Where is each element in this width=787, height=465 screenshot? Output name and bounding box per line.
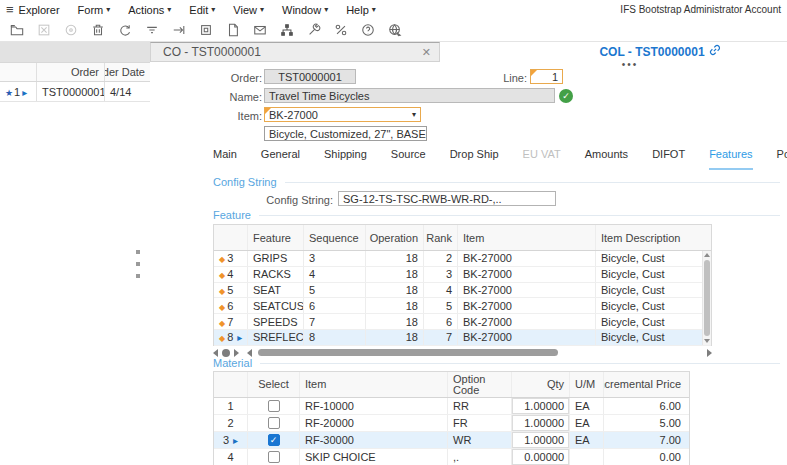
- feature-row[interactable]: 6 SEATCUSH 6 18 5 BK-27000 Bicycle, Cust: [214, 298, 711, 314]
- scroll-right-icon[interactable]: [707, 349, 712, 357]
- order-row-number: 1: [14, 86, 20, 98]
- document-tab[interactable]: CO - TST0000001: [150, 42, 440, 62]
- delete-icon[interactable]: [90, 23, 105, 38]
- qty-column-header[interactable]: Qty: [512, 372, 570, 397]
- qty-cell: 1.00000: [512, 432, 570, 448]
- properties-icon[interactable]: [198, 23, 213, 38]
- item-description-column-header[interactable]: Item Description: [596, 225, 711, 250]
- option-code-column-header[interactable]: Option Code: [448, 372, 512, 397]
- tab-drop-ship[interactable]: Drop Ship: [450, 148, 499, 170]
- more-options-button[interactable]: [612, 59, 648, 70]
- language-icon[interactable]: [387, 23, 402, 38]
- menu-view[interactable]: View: [233, 4, 264, 16]
- order-field[interactable]: TST0000001: [264, 69, 356, 84]
- feature-row[interactable]: 5 SEAT 5 18 4 BK-27000 Bicycle, Cust: [214, 283, 711, 299]
- structure-icon[interactable]: [279, 23, 294, 38]
- feature-row[interactable]: 8 SREFLECT 8 18 7 BK-27000 Bicycle, Cust: [214, 330, 711, 346]
- folder-icon[interactable]: [9, 23, 24, 38]
- tab-features[interactable]: Features: [709, 148, 752, 170]
- scrollbar-thumb[interactable]: [258, 349, 558, 356]
- tab-strip: CO - TST0000001 COL - TST0000001: [0, 42, 787, 62]
- feature-column-header[interactable]: Feature: [248, 225, 304, 250]
- modified-diamond-icon: [219, 300, 227, 312]
- order-date-column-header[interactable]: Order Date: [105, 63, 150, 81]
- material-row[interactable]: 4 SKIP CHOICE ,. 0.00000 0.00: [214, 449, 689, 465]
- material-row[interactable]: 3 RF-30000 WR 1.00000 EA 7.00: [214, 432, 689, 449]
- menu-window[interactable]: Window: [282, 4, 328, 16]
- select-checkbox[interactable]: [268, 400, 280, 412]
- close-tab-icon[interactable]: [422, 46, 431, 59]
- hamburger-icon: [6, 2, 14, 17]
- tab-general[interactable]: General: [261, 148, 300, 170]
- feature-row[interactable]: 4 RACKS 4 18 3 BK-27000 Bicycle, Cust: [214, 267, 711, 283]
- qty-cell: 0.00000: [512, 449, 570, 465]
- filter-icon[interactable]: [144, 23, 159, 38]
- scrollbar-thumb[interactable]: [704, 260, 710, 336]
- sequence-column-header[interactable]: Sequence: [304, 225, 366, 250]
- combo-dropdown-icon[interactable]: [412, 110, 416, 119]
- help-icon[interactable]: [360, 23, 375, 38]
- order-column-header[interactable]: Order: [37, 63, 105, 81]
- explorer-button[interactable]: Explorer: [6, 2, 60, 17]
- refresh-icon[interactable]: [117, 23, 132, 38]
- order-list-row[interactable]: 1 TST0000001 4/14: [0, 82, 150, 102]
- select-checkbox[interactable]: [268, 417, 280, 429]
- material-row[interactable]: 1 RF-10000 RR 1.00000 EA 6.00: [214, 398, 689, 415]
- ifs-application-window: Explorer Form Actions Edit View Window H…: [0, 0, 787, 465]
- menu-help[interactable]: Help: [346, 4, 376, 16]
- line-field[interactable]: 1: [530, 69, 563, 84]
- item-column-header[interactable]: Item: [300, 372, 448, 397]
- current-row-arrow-icon: [233, 434, 238, 446]
- scroll-up-icon[interactable]: [704, 253, 710, 257]
- item-combo-value: BK-27000: [269, 109, 318, 121]
- feature-horizontal-scrollbar[interactable]: [256, 349, 703, 356]
- linked-window-link[interactable]: COL - TST0000001: [560, 44, 760, 59]
- previous-record-icon[interactable]: [213, 349, 218, 357]
- menu-actions[interactable]: Actions: [128, 4, 171, 16]
- item-column-header[interactable]: Item: [458, 225, 596, 250]
- rank-column-header[interactable]: Rank: [424, 225, 458, 250]
- tab-post-configuration[interactable]: Post Configuration: [777, 148, 787, 170]
- next-record-icon[interactable]: [234, 349, 239, 357]
- feature-row[interactable]: 7 SPEEDS 7 18 6 BK-27000 Bicycle, Cust: [214, 314, 711, 330]
- qty-cell: 1.00000: [512, 415, 570, 431]
- incremental-price-column-header[interactable]: Incremental Price: [604, 372, 689, 397]
- tab-amounts[interactable]: Amounts: [585, 148, 628, 170]
- tab-difot[interactable]: DIFOT: [652, 148, 685, 170]
- feature-vertical-scrollbar[interactable]: [702, 251, 711, 345]
- menu-form[interactable]: Form: [78, 4, 111, 16]
- item-combo[interactable]: BK-27000: [264, 107, 421, 122]
- split-icon[interactable]: [333, 23, 348, 38]
- linked-window-title: COL - TST0000001: [599, 45, 704, 59]
- operation-column-header[interactable]: Operation: [366, 225, 424, 250]
- customize-icon[interactable]: [306, 23, 321, 38]
- tab-source[interactable]: Source: [391, 148, 426, 170]
- tab-main[interactable]: Main: [213, 148, 237, 170]
- name-field-label: Name:: [200, 91, 262, 103]
- page-tabs: Main General Shipping Source Drop Ship E…: [213, 148, 787, 170]
- current-record-icon[interactable]: [222, 349, 230, 357]
- scroll-down-icon[interactable]: [704, 339, 710, 343]
- mail-icon[interactable]: [252, 23, 267, 38]
- link-icon: [709, 44, 721, 59]
- item-description-field[interactable]: Bicycle, Customized, 27", BASE-MODULE: [264, 126, 427, 141]
- menu-edit[interactable]: Edit: [189, 4, 215, 16]
- account-name: IFS Bootstrap Administrator Account: [620, 4, 781, 15]
- select-checkbox[interactable]: [268, 451, 280, 463]
- config-string-input[interactable]: SG-12-TS-TSC-RWB-WR-RD-,..: [338, 191, 556, 206]
- material-row[interactable]: 2 RF-20000 FR 1.00000 EA 5.00: [214, 415, 689, 432]
- line-field-label: Line:: [494, 72, 527, 84]
- uom-column-header[interactable]: U/M: [570, 372, 604, 397]
- scroll-left-icon[interactable]: [247, 349, 252, 357]
- feature-row[interactable]: 3 GRIPS 3 18 2 BK-27000 Bicycle, Cust: [214, 251, 711, 267]
- panel-splitter-handle[interactable]: [134, 250, 142, 278]
- tab-shipping[interactable]: Shipping: [324, 148, 367, 170]
- name-field[interactable]: Travel Time Bicycles: [264, 88, 555, 103]
- modified-diamond-icon: [219, 316, 227, 328]
- item-field-label: Item:: [200, 110, 262, 122]
- select-column-header[interactable]: Select: [248, 372, 300, 397]
- detach-icon[interactable]: [171, 23, 186, 38]
- new-document-icon[interactable]: [225, 23, 240, 38]
- order-field-label: Order:: [200, 72, 262, 84]
- select-checkbox[interactable]: [268, 434, 280, 446]
